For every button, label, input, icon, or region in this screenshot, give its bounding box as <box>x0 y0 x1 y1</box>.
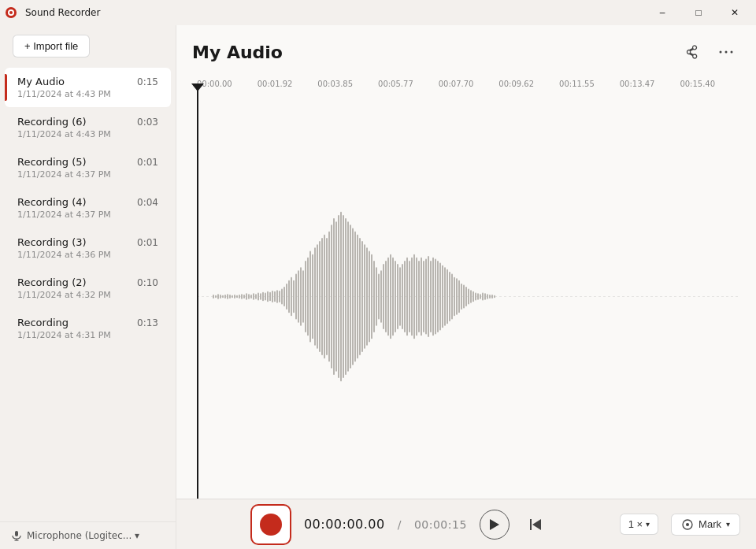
svg-rect-113 <box>456 278 458 314</box>
svg-rect-24 <box>246 293 247 299</box>
svg-rect-60 <box>331 224 332 368</box>
more-icon <box>719 50 733 54</box>
title-bar-controls: – □ ✕ <box>644 0 753 25</box>
svg-rect-77 <box>371 254 372 339</box>
recording-date: 1/11/2024 at 4:43 PM <box>17 89 158 99</box>
svg-rect-101 <box>428 256 429 337</box>
svg-rect-89 <box>399 267 401 326</box>
recording-duration: 0:10 <box>137 277 158 288</box>
header-actions <box>677 38 740 66</box>
time-marker: 00:09.62 <box>498 80 559 88</box>
svg-rect-92 <box>406 258 408 336</box>
app-title: Sound Recorder <box>25 7 100 18</box>
svg-rect-70 <box>354 232 356 362</box>
recording-item[interactable]: Recording (4) 0:04 1/11/2024 at 4:37 PM <box>5 188 171 228</box>
main-container: + Import file My Audio 0:15 1/11/2024 at… <box>0 25 756 549</box>
svg-rect-57 <box>324 235 325 358</box>
speed-label: 1 × <box>628 518 643 530</box>
content-header: My Audio <box>176 25 756 72</box>
svg-rect-121 <box>475 293 476 301</box>
svg-point-134 <box>686 523 689 526</box>
svg-rect-111 <box>451 273 453 319</box>
svg-rect-41 <box>286 284 287 310</box>
maximize-button[interactable]: □ <box>680 0 717 25</box>
svg-rect-120 <box>472 291 474 302</box>
svg-rect-118 <box>468 289 469 305</box>
recording-name: Recording (5) <box>17 156 87 168</box>
svg-rect-129 <box>494 295 495 298</box>
minimize-button[interactable]: – <box>644 0 680 25</box>
mark-button[interactable]: Mark ▾ <box>671 514 740 536</box>
recording-item[interactable]: Recording (5) 0:01 1/11/2024 at 4:37 PM <box>5 148 171 187</box>
svg-rect-125 <box>484 293 486 299</box>
svg-rect-45 <box>295 273 297 319</box>
mic-selector[interactable]: Microphone (Logitec... ▾ <box>0 521 176 549</box>
svg-rect-42 <box>288 280 290 313</box>
recording-duration: 0:03 <box>137 117 158 128</box>
recording-item[interactable]: Recording (3) 0:01 1/11/2024 at 4:36 PM <box>5 228 171 268</box>
sidebar-header: + Import file <box>0 25 176 67</box>
share-button[interactable] <box>677 38 706 66</box>
svg-rect-15 <box>224 295 226 299</box>
svg-rect-71 <box>357 235 358 358</box>
svg-rect-27 <box>253 293 254 299</box>
import-button[interactable]: + Import file <box>13 35 90 57</box>
svg-rect-61 <box>333 218 335 375</box>
recording-date: 1/11/2024 at 4:37 PM <box>17 169 158 180</box>
play-button[interactable] <box>480 510 510 540</box>
total-time: 00:00:15 <box>414 518 467 531</box>
svg-rect-34 <box>269 292 271 302</box>
time-marker: 00:13.47 <box>620 80 680 88</box>
svg-rect-95 <box>413 254 415 339</box>
svg-rect-19 <box>234 295 235 299</box>
svg-rect-75 <box>366 247 368 345</box>
svg-rect-73 <box>361 241 363 352</box>
record-button[interactable] <box>250 504 291 545</box>
svg-rect-23 <box>243 295 245 299</box>
more-button[interactable] <box>712 38 740 66</box>
mark-icon <box>681 518 694 531</box>
svg-rect-109 <box>447 269 448 325</box>
skip-back-button[interactable] <box>522 511 549 538</box>
svg-rect-94 <box>411 258 413 336</box>
mark-chevron-icon: ▾ <box>726 520 730 529</box>
content-area: My Audio 00:00.000 <box>176 25 756 549</box>
waveform-area[interactable] <box>197 95 740 499</box>
svg-rect-115 <box>461 284 462 310</box>
svg-rect-21 <box>239 295 240 299</box>
svg-rect-116 <box>463 285 465 309</box>
waveform-container[interactable]: 00:00.0000:01.9200:03.8500:05.7700:07.70… <box>176 72 756 499</box>
svg-rect-26 <box>250 295 252 299</box>
recording-name: Recording (6) <box>17 116 87 128</box>
svg-rect-82 <box>383 264 384 329</box>
svg-rect-52 <box>312 254 313 339</box>
svg-rect-105 <box>437 261 439 332</box>
recording-duration: 0:01 <box>137 157 158 168</box>
mic-icon <box>11 530 22 541</box>
svg-rect-11 <box>215 295 217 298</box>
svg-rect-102 <box>430 261 432 332</box>
svg-rect-90 <box>402 264 403 329</box>
recording-item[interactable]: Recording 0:13 1/11/2024 at 4:31 PM <box>5 309 171 348</box>
svg-rect-51 <box>309 250 311 342</box>
svg-rect-69 <box>352 228 354 365</box>
recording-item[interactable]: Recording (2) 0:10 1/11/2024 at 4:32 PM <box>5 269 171 308</box>
svg-point-2 <box>9 11 13 14</box>
svg-rect-126 <box>487 294 488 299</box>
close-button[interactable]: ✕ <box>717 0 753 25</box>
svg-rect-64 <box>340 212 342 381</box>
svg-rect-38 <box>279 291 280 302</box>
time-separator: / <box>398 518 402 531</box>
recording-name: Recording (4) <box>17 196 87 208</box>
recording-item[interactable]: Recording (6) 0:03 1/11/2024 at 4:43 PM <box>5 108 171 147</box>
recording-duration: 0:15 <box>137 76 158 87</box>
recording-item[interactable]: My Audio 0:15 1/11/2024 at 4:43 PM <box>5 68 171 107</box>
svg-rect-13 <box>220 295 221 299</box>
svg-rect-124 <box>482 293 484 301</box>
recording-name: Recording (2) <box>17 276 87 288</box>
recording-date: 1/11/2024 at 4:36 PM <box>17 250 158 260</box>
waveform-display <box>197 95 740 499</box>
playhead <box>197 83 198 499</box>
svg-rect-25 <box>248 294 250 299</box>
speed-button[interactable]: 1 × ▾ <box>620 514 658 535</box>
